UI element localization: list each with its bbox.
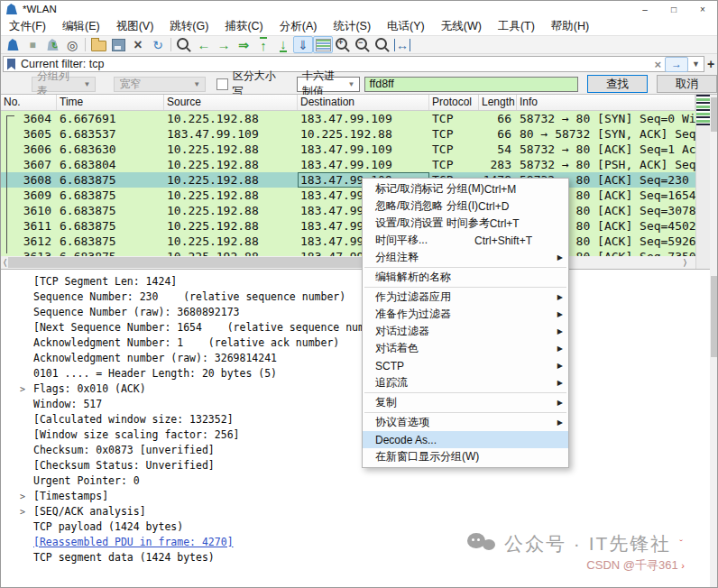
packet-row[interactable]: 36106.68387510.225.192.88183.47.99.109TC… [1,203,695,218]
first-packet-icon[interactable]: ↑ [253,36,273,53]
detail-line[interactable]: Sequence Number (raw): 3680892173 [1,305,710,320]
expander-icon[interactable]: > [20,504,25,519]
intelligent-scrollbar-minimap[interactable] [695,95,710,269]
zoom-out-icon[interactable]: − [353,36,373,53]
detail-vscrollbar[interactable] [710,269,718,587]
detail-line[interactable]: [Next Sequence Number: 1654 (relative se… [1,320,710,335]
context-menu-item[interactable]: 作为过滤器应用▶ [363,289,568,306]
detail-line[interactable]: [Checksum Status: Unverified] [1,458,710,473]
context-menu-item[interactable]: 在新窗口显示分组(W) [363,448,568,465]
detail-line[interactable]: Urgent Pointer: 0 [1,473,710,489]
context-menu-item[interactable]: 准备作为过滤器▶ [363,306,568,323]
close-button[interactable]: × [688,1,717,17]
minimize-button[interactable]: – [631,1,659,17]
context-menu-item[interactable]: 对话着色▶ [363,340,568,357]
find-scope-select[interactable]: 分组列表 ▼ [32,77,96,92]
find-packet-icon[interactable] [174,36,194,53]
filter-dropdown-icon[interactable]: ▼ [692,60,700,69]
column-header[interactable]: No. [1,95,57,110]
previous-packet-icon[interactable]: ← [194,36,214,53]
packet-row[interactable]: 36086.68387510.225.192.88183.47.99.109TC… [1,172,695,188]
detail-line[interactable]: Acknowledgment number (raw): 3269814241 [1,351,710,366]
packet-row[interactable]: 36046.66769110.225.192.88183.47.99.109TC… [1,111,695,126]
find-charset-select[interactable]: 宽窄 ▼ [114,77,206,92]
vscrollbar-thumb[interactable] [711,97,718,132]
packet-row[interactable]: 36116.68387510.225.192.88183.47.99.109TC… [1,218,695,234]
column-header[interactable]: Protocol [429,95,479,110]
maximize-button[interactable]: □ [659,1,688,17]
find-button[interactable]: 查找 [587,75,648,93]
context-menu-item[interactable]: SCTP▶ [363,357,568,374]
start-capture-icon[interactable] [3,36,23,53]
display-filter-input[interactable]: Current filter: tcp × → ▼ [3,56,704,72]
filter-bookmark-icon[interactable] [7,59,15,70]
detail-line[interactable]: Acknowledgment Number: 1 (relative ack n… [1,335,710,351]
context-menu-item[interactable]: 设置/取消设置 时间参考Ctrl+T [363,215,568,232]
menubar-item[interactable]: 无线(W) [433,17,490,35]
menubar-item[interactable]: 工具(T) [490,17,543,35]
context-menu-item[interactable]: 标记/取消标记 分组(M)Ctrl+M [363,180,568,198]
detail-line[interactable]: Window: 517 [1,397,710,412]
case-sensitive-checkbox[interactable] [216,78,228,90]
detail-line[interactable]: Sequence Number: 230 (relative sequence … [1,289,710,305]
packet-list-hscrollbar[interactable]: 〈 〉 [1,256,695,269]
detail-line[interactable]: [Window size scaling factor: 256] [1,427,710,443]
menubar-item[interactable]: 视图(V) [108,17,162,35]
stop-capture-icon[interactable]: ■ [23,36,42,53]
detail-line[interactable]: [Calculated window size: 132352] [1,412,710,427]
open-file-icon[interactable] [88,36,108,53]
find-input[interactable] [364,77,577,92]
context-menu-item[interactable]: 分组注释▶ [363,249,568,266]
zoom-100-icon[interactable] [373,36,392,53]
detail-text-link[interactable]: [Reassembled PDU in frame: 4270] [33,536,234,548]
capture-options-icon[interactable]: ◎ [62,36,82,53]
detail-line[interactable]: >[SEQ/ACK analysis] [1,504,710,519]
detail-line[interactable]: >[Timestamps] [1,489,710,504]
context-menu-item[interactable]: Decode As... [363,431,568,448]
menubar-item[interactable]: 统计(S) [325,17,379,35]
colorize-toggle[interactable] [313,36,333,53]
column-header[interactable]: Time [57,95,164,110]
filter-clear-icon[interactable]: × [654,58,661,71]
context-menu-item[interactable]: 协议首选项▶ [363,414,568,431]
expander-icon[interactable]: > [20,381,25,397]
column-header[interactable]: Source [164,95,298,110]
menubar-item[interactable]: 电话(Y) [379,17,433,35]
packet-row[interactable]: 36096.68387510.225.192.88183.47.99.109TC… [1,188,695,203]
packet-list-vscrollbar[interactable] [710,95,718,269]
context-menu-item[interactable]: 对话过滤器▶ [363,323,568,340]
menubar-item[interactable]: 编辑(E) [54,17,108,35]
packet-row[interactable]: 36126.68387510.225.192.88183.47.99.109TC… [1,234,695,249]
save-file-icon[interactable] [108,36,128,53]
column-header[interactable]: Length [479,95,517,110]
packet-row[interactable]: 36066.68363010.225.192.88183.47.99.109TC… [1,142,695,157]
goto-packet-icon[interactable]: ⇒ [234,36,253,53]
zoom-in-icon[interactable]: + [333,36,353,53]
detail-line[interactable]: 0101 .... = Header Length: 20 bytes (5) [1,366,710,381]
packet-row[interactable]: 36136.68387510.225.192.88183.47.99.109TC… [1,249,695,256]
context-menu-item[interactable]: 编辑解析的名称 [363,269,568,286]
packet-row[interactable]: 36076.68380410.225.192.88183.47.99.109TC… [1,157,695,172]
context-menu-item[interactable]: 复制▶ [363,394,568,411]
reload-file-icon[interactable]: ↻ [148,36,168,53]
vscrollbar-thumb[interactable] [711,276,718,357]
detail-line[interactable]: >Flags: 0x010 (ACK) [1,381,710,397]
cancel-button[interactable]: 取消 [657,75,717,93]
menubar-item[interactable]: 捕获(C) [216,17,271,35]
auto-scroll-toggle[interactable]: ⇓ [293,36,313,53]
scroll-right-icon[interactable]: 〉 [684,256,686,269]
resize-columns-icon[interactable]: ↔ [392,36,412,53]
menubar-item[interactable]: 跳转(G) [161,17,216,35]
column-header[interactable]: Info [517,95,695,110]
restart-capture-icon[interactable]: ↻ [42,36,62,53]
next-packet-icon[interactable]: → [214,36,234,53]
last-packet-icon[interactable]: ↓ [273,36,293,53]
filter-add-button[interactable]: + [706,57,715,71]
detail-line[interactable]: Checksum: 0x0873 [unverified] [1,443,710,458]
menubar-item[interactable]: 帮助(H) [543,17,597,35]
context-menu-item[interactable]: 忽略/取消忽略 分组(I)Ctrl+D [363,198,568,215]
column-header[interactable]: Destination [298,95,429,110]
context-menu-item[interactable]: 时间平移...Ctrl+Shift+T [363,232,568,249]
find-type-select[interactable]: 十六进制值 ▼ [297,77,360,92]
close-file-icon[interactable]: × [128,36,148,53]
